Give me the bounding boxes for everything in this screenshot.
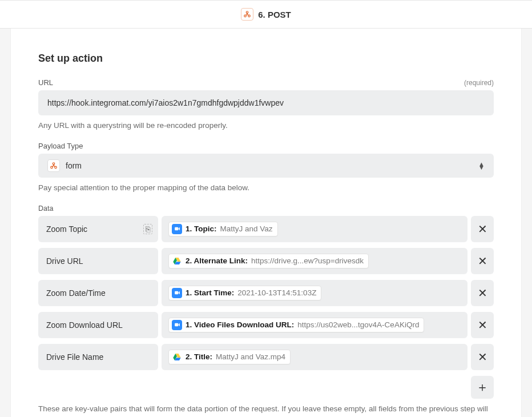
- url-help: Any URL with a querystring will be re-en…: [38, 120, 494, 131]
- data-label: Data: [38, 205, 494, 212]
- data-row: Zoom Date/Time1. Start Time: 2021-10-13T…: [38, 280, 494, 306]
- zoom-icon: [172, 320, 182, 330]
- pill-label: 1. Start Time:: [186, 288, 234, 297]
- data-key-input[interactable]: Drive File Name: [38, 344, 158, 370]
- data-key-text: Zoom Download URL: [46, 320, 123, 330]
- close-icon: ✕: [478, 222, 487, 236]
- close-icon: ✕: [478, 318, 487, 332]
- plus-icon: ＋: [476, 379, 489, 396]
- google-drive-icon: [172, 256, 182, 266]
- data-key-input[interactable]: Zoom Download URL: [38, 312, 158, 338]
- pill-value: MattyJ and Vaz: [220, 224, 273, 233]
- action-panel: Set up action URL (required) Any URL wit…: [10, 29, 522, 417]
- pill-label: 1. Topic:: [186, 224, 217, 233]
- close-icon: ✕: [478, 286, 487, 300]
- data-key-text: Drive File Name: [46, 352, 103, 362]
- url-label: URL: [38, 78, 53, 87]
- data-key-text: Zoom Topic: [46, 224, 87, 234]
- close-icon: ✕: [478, 350, 487, 364]
- url-input[interactable]: [38, 90, 494, 115]
- data-key-text: Drive URL: [46, 256, 83, 266]
- add-row-button[interactable]: ＋: [471, 376, 494, 399]
- data-key-input[interactable]: Drive URL: [38, 248, 158, 274]
- payload-help: Pay special attention to the proper mapp…: [38, 182, 494, 194]
- payload-field-block: Payload Type form ▲▼ Pay special attenti…: [38, 142, 494, 194]
- step-title: 6. POST: [258, 10, 291, 19]
- payload-label: Payload Type: [38, 142, 83, 150]
- pill-label: 1. Video Files Download URL:: [186, 320, 294, 329]
- google-drive-icon: [172, 352, 182, 362]
- webhook-icon: [241, 8, 253, 21]
- data-section: Data Zoom Topic⎘1. Topic: MattyJ and Vaz…: [38, 205, 494, 418]
- zoom-icon: [172, 224, 182, 234]
- delete-row-button[interactable]: ✕: [471, 248, 494, 274]
- mapped-value-pill[interactable]: 1. Video Files Download URL: https://us0…: [168, 318, 424, 332]
- data-value-input[interactable]: 1. Start Time: 2021-10-13T14:51:03Z: [162, 280, 467, 306]
- data-row: Drive File Name2. Title: MattyJ and Vaz.…: [38, 344, 494, 370]
- data-value-input[interactable]: 1. Topic: MattyJ and Vaz: [162, 216, 467, 242]
- mapped-value-pill[interactable]: 2. Title: MattyJ and Vaz.mp4: [168, 350, 291, 364]
- pill-label: 2. Alternate Link:: [186, 256, 248, 265]
- delete-row-button[interactable]: ✕: [471, 312, 494, 338]
- svg-point-0: [244, 15, 247, 17]
- pill-value: MattyJ and Vaz.mp4: [216, 352, 285, 361]
- section-title: Set up action: [38, 53, 494, 65]
- close-icon: ✕: [478, 254, 487, 268]
- data-value-input[interactable]: 1. Video Files Download URL: https://us0…: [162, 312, 467, 338]
- data-help: These are key-value pairs that will form…: [38, 403, 494, 418]
- data-key-input[interactable]: Zoom Date/Time: [38, 280, 158, 306]
- step-header: 6. POST: [0, 0, 532, 29]
- data-row: Zoom Topic⎘1. Topic: MattyJ and Vaz✕: [38, 216, 494, 242]
- url-field-block: URL (required) Any URL with a querystrin…: [38, 78, 494, 131]
- svg-point-1: [248, 15, 251, 17]
- svg-point-4: [55, 166, 57, 169]
- data-value-input[interactable]: 2. Alternate Link: https://drive.g...ew?…: [162, 248, 467, 274]
- chevron-sort-icon: ▲▼: [478, 162, 485, 169]
- zoom-icon: [172, 288, 182, 298]
- data-row: Drive URL2. Alternate Link: https://driv…: [38, 248, 494, 274]
- data-value-input[interactable]: 2. Title: MattyJ and Vaz.mp4: [162, 344, 467, 370]
- insert-data-icon[interactable]: ⎘: [143, 224, 152, 234]
- pill-value: https://drive.g...ew?usp=drivesdk: [251, 256, 364, 265]
- mapped-value-pill[interactable]: 1. Start Time: 2021-10-13T14:51:03Z: [168, 286, 321, 300]
- webhook-icon: [47, 159, 60, 172]
- data-row: Zoom Download URL1. Video Files Download…: [38, 312, 494, 338]
- pill-value: 2021-10-13T14:51:03Z: [237, 288, 316, 297]
- required-label: (required): [464, 79, 494, 87]
- delete-row-button[interactable]: ✕: [471, 344, 494, 370]
- data-key-input[interactable]: Zoom Topic⎘: [38, 216, 158, 242]
- delete-row-button[interactable]: ✕: [471, 216, 494, 242]
- payload-value: form: [66, 161, 473, 170]
- payload-select[interactable]: form ▲▼: [38, 154, 494, 178]
- pill-label: 2. Title:: [186, 352, 212, 361]
- mapped-value-pill[interactable]: 1. Topic: MattyJ and Vaz: [168, 222, 278, 236]
- data-help-prefix: These are key-value pairs that will form…: [38, 404, 488, 418]
- mapped-value-pill[interactable]: 2. Alternate Link: https://drive.g...ew?…: [168, 254, 369, 268]
- delete-row-button[interactable]: ✕: [471, 280, 494, 306]
- data-key-text: Zoom Date/Time: [46, 288, 106, 298]
- pill-value: https://us02web...tgov4A-CeAKiQrd: [297, 320, 419, 329]
- svg-point-3: [51, 166, 53, 169]
